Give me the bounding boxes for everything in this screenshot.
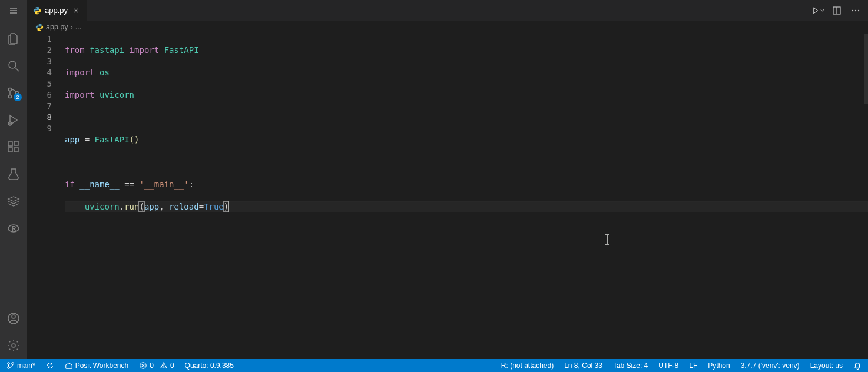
source-control-icon[interactable]: 2 bbox=[0, 79, 27, 107]
svg-point-25 bbox=[163, 367, 164, 367]
svg-point-20 bbox=[8, 363, 10, 365]
activity-bar: 2 R bbox=[0, 21, 27, 359]
chevron-down-icon bbox=[820, 6, 824, 15]
r-extension-icon[interactable]: R bbox=[0, 215, 27, 242]
tab-app-py[interactable]: app.py bbox=[27, 0, 87, 21]
status-quarto[interactable]: Quarto: 0.9.385 bbox=[183, 359, 236, 372]
scm-badge: 2 bbox=[14, 93, 22, 101]
status-problems[interactable]: 0 0 bbox=[137, 359, 175, 372]
python-file-icon bbox=[33, 6, 41, 15]
split-editor-button[interactable] bbox=[830, 4, 843, 17]
breadcrumb-file: app.py bbox=[46, 23, 68, 31]
status-r[interactable]: R: (not attached) bbox=[499, 359, 555, 372]
status-keyboard-layout[interactable]: Layout: us bbox=[809, 359, 844, 372]
status-notifications-icon[interactable] bbox=[852, 359, 863, 372]
status-bar: main* Posit Workbench 0 0 Quarto: 0.9.38… bbox=[0, 359, 868, 372]
svg-line-6 bbox=[15, 68, 19, 71]
breadcrumb[interactable]: app.py › ... bbox=[27, 21, 868, 34]
menu-button[interactable] bbox=[0, 0, 27, 21]
status-encoding[interactable]: UTF-8 bbox=[657, 359, 680, 372]
svg-point-19 bbox=[12, 344, 15, 347]
svg-point-21 bbox=[8, 367, 10, 369]
testing-icon[interactable] bbox=[0, 161, 27, 188]
svg-rect-13 bbox=[14, 148, 18, 152]
svg-point-2 bbox=[852, 9, 853, 11]
code-content[interactable]: from fastapi import FastAPI import os im… bbox=[65, 34, 868, 359]
python-file-icon bbox=[35, 23, 44, 31]
run-button[interactable] bbox=[811, 4, 824, 17]
status-branch[interactable]: main* bbox=[5, 359, 37, 372]
status-cursor-position[interactable]: Ln 8, Col 33 bbox=[562, 359, 604, 372]
svg-rect-11 bbox=[8, 142, 12, 146]
svg-point-22 bbox=[12, 363, 14, 365]
text-cursor bbox=[228, 201, 229, 212]
explorer-icon[interactable] bbox=[0, 25, 27, 52]
more-actions-button[interactable] bbox=[849, 4, 862, 17]
posit-icon[interactable] bbox=[0, 188, 27, 215]
tab-label: app.py bbox=[45, 6, 68, 15]
breadcrumb-more: ... bbox=[75, 23, 81, 31]
breadcrumb-separator: › bbox=[71, 23, 73, 31]
code-editor[interactable]: 1 2 3 4 5 6 7 8 9 from fastapi import Fa… bbox=[27, 34, 868, 359]
svg-point-3 bbox=[855, 9, 856, 11]
status-tab-size[interactable]: Tab Size: 4 bbox=[611, 359, 650, 372]
status-language[interactable]: Python bbox=[706, 359, 731, 372]
accounts-icon[interactable] bbox=[0, 305, 27, 332]
search-icon[interactable] bbox=[0, 52, 27, 79]
mouse-text-cursor bbox=[607, 234, 608, 245]
extensions-icon[interactable] bbox=[0, 134, 27, 161]
svg-point-8 bbox=[9, 95, 12, 98]
status-interpreter[interactable]: 3.7.7 ('venv': venv) bbox=[739, 359, 801, 372]
svg-rect-12 bbox=[8, 148, 12, 152]
status-sync[interactable] bbox=[44, 359, 56, 372]
svg-point-7 bbox=[9, 88, 12, 91]
svg-point-18 bbox=[12, 315, 15, 318]
svg-point-5 bbox=[9, 61, 16, 68]
status-workbench[interactable]: Posit Workbench bbox=[63, 359, 131, 372]
line-number-gutter: 1 2 3 4 5 6 7 8 9 bbox=[27, 34, 65, 359]
settings-gear-icon[interactable] bbox=[0, 332, 27, 359]
minimap-slider[interactable] bbox=[864, 34, 868, 104]
svg-point-4 bbox=[858, 9, 859, 11]
svg-text:R: R bbox=[12, 225, 16, 232]
tab-close-button[interactable] bbox=[71, 6, 81, 15]
run-debug-icon[interactable] bbox=[0, 107, 27, 134]
status-eol[interactable]: LF bbox=[687, 359, 699, 372]
tab-strip: app.py bbox=[27, 0, 806, 21]
svg-rect-14 bbox=[14, 141, 18, 145]
